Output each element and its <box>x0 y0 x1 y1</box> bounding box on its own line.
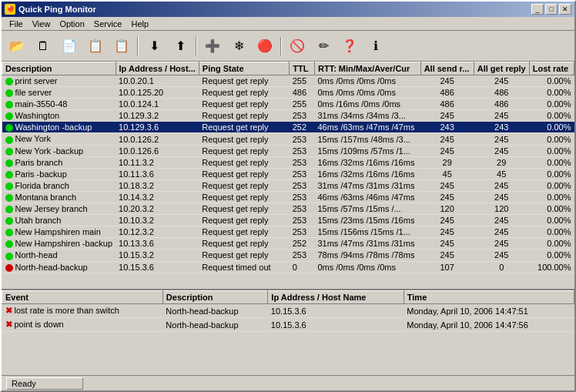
status-indicator <box>5 206 13 213</box>
maximize-button[interactable]: □ <box>545 4 558 15</box>
status-indicator <box>5 159 13 167</box>
menu-item-help[interactable]: Help <box>127 18 154 29</box>
cell-value: 10.15.3.2 <box>116 250 199 261</box>
new-icon[interactable]: 🗒 <box>31 35 55 58</box>
ping-table-row[interactable]: Utah branch10.10.3.2Request get reply253… <box>2 215 574 226</box>
event-cell: Monday, April 10, 2006 14:47:51 <box>404 304 574 318</box>
upload-icon[interactable]: ⬆ <box>168 35 193 58</box>
freeze-icon[interactable]: ❄ <box>226 35 251 58</box>
ping-table-row[interactable]: print server10.0.20.1Request get reply25… <box>2 75 574 87</box>
disable-icon[interactable]: 🚫 <box>285 35 310 58</box>
cell-value: 107 <box>420 261 474 273</box>
ping-table-container[interactable]: DescriptionIp Address / Host...Ping Stat… <box>2 62 574 290</box>
menu-item-option[interactable]: Option <box>55 18 89 29</box>
ping-table-row[interactable]: New York -backup10.0.126.6Request get re… <box>2 145 574 156</box>
ping-table-row[interactable]: Montana branch10.14.3.2Request get reply… <box>2 191 574 203</box>
save-icon[interactable]: 📄 <box>57 35 82 58</box>
toolbar-separator <box>280 37 282 55</box>
cell-value: 0ms /0ms /0ms /0ms <box>314 75 420 87</box>
menu-item-view[interactable]: View <box>28 18 55 29</box>
main-content: DescriptionIp Address / Host...Ping Stat… <box>2 62 574 375</box>
cell-value: 0.00% <box>529 75 574 87</box>
cell-value: 120 <box>420 203 474 215</box>
cell-value: 253 <box>290 215 315 226</box>
ping-table-row[interactable]: New Hampshiren main10.12.3.2Request get … <box>2 226 574 238</box>
ping-table-row[interactable]: Paris -backup10.11.3.6Request get reply2… <box>2 168 574 179</box>
edit-icon[interactable]: ✏ <box>311 35 336 58</box>
toolbar-separator <box>196 37 197 55</box>
col-header: TTL <box>290 62 315 75</box>
menu-item-file[interactable]: File <box>5 18 28 29</box>
cell-value: 0.00% <box>529 133 574 145</box>
cell-value: 10.129.3.2 <box>116 110 199 122</box>
help-icon[interactable]: ❓ <box>337 35 362 58</box>
ping-table-row[interactable]: Washington -backup10.129.3.6Request get … <box>2 122 574 133</box>
cell-value: 245 <box>420 238 474 250</box>
info-icon[interactable]: ℹ <box>363 35 388 58</box>
cell-value: 253 <box>290 179 315 191</box>
ping-table-row[interactable]: New Jersey branch10.20.3.2Request get re… <box>2 203 574 215</box>
cell-value: Request get reply <box>199 99 289 110</box>
ping-table-row[interactable]: Washington10.129.3.2Request get reply253… <box>2 110 574 122</box>
cell-value: 16ms /32ms /16ms /16ms <box>314 168 420 179</box>
ping-table-row[interactable]: main-3550-4810.0.124.1Request get reply2… <box>2 99 574 110</box>
paste-icon[interactable]: 📋 <box>109 35 134 58</box>
cell-value: 253 <box>290 226 315 238</box>
event-table-row[interactable]: ✖lost rate is more than switchNorth-head… <box>2 304 574 318</box>
cell-value: 253 <box>290 110 315 122</box>
description-text: main-3550-48 <box>15 99 68 109</box>
cell-value: 245 <box>420 191 474 203</box>
ping-table-row[interactable]: Paris branch10.11.3.2Request get reply25… <box>2 156 574 168</box>
event-col-header: Time <box>404 291 574 304</box>
cell-value: 0.00% <box>529 203 574 215</box>
cell-value: 245 <box>420 145 474 156</box>
ping-table-row[interactable]: Florida branch10.18.3.2Request get reply… <box>2 179 574 191</box>
ping-table-row[interactable]: New Hampshiren -backup10.13.3.6Request g… <box>2 238 574 250</box>
cell-value: 10.12.3.2 <box>116 226 199 238</box>
minimize-button[interactable]: _ <box>531 4 544 15</box>
cell-value: 253 <box>290 191 315 203</box>
add-icon[interactable]: ➕ <box>200 35 225 58</box>
ping-table-row[interactable]: North-head10.15.3.2Request get reply2537… <box>2 250 574 261</box>
event-cell: Monday, April 10, 2006 14:47:56 <box>404 318 574 332</box>
cell-value: 0.00% <box>529 99 574 110</box>
status-indicator <box>5 253 13 260</box>
cell-value: Request get reply <box>199 203 289 215</box>
cell-value: 15ms /156ms /15ms /1... <box>314 226 420 238</box>
cell-value: 252 <box>290 238 315 250</box>
toolbar: 📂🗒📄📋📋⬇⬆➕❄🔴🚫✏❓ℹ <box>2 31 574 62</box>
stop-icon[interactable]: 🔴 <box>253 35 277 58</box>
cell-value: 46ms /63ms /46ms /47ms <box>314 191 420 203</box>
description-text: New York -backup <box>15 146 84 156</box>
description-text: New Hampshiren main <box>15 227 101 236</box>
status-indicator <box>5 183 13 190</box>
status-indicator <box>5 78 13 85</box>
cell-value: 253 <box>290 250 315 261</box>
ping-table-row[interactable]: New York10.0.126.2Request get reply25315… <box>2 133 574 145</box>
cell-value: Request get reply <box>199 156 289 168</box>
menu-item-service[interactable]: Service <box>89 18 127 29</box>
copy-icon[interactable]: 📋 <box>83 35 108 58</box>
event-table-container[interactable]: EventDescriptionIp Address / Host NameTi… <box>2 290 574 375</box>
cell-value: 245 <box>474 226 529 238</box>
cell-value: 10.0.125.20 <box>116 87 199 99</box>
cell-value: Request get reply <box>199 133 289 145</box>
description-text: New Hampshiren -backup <box>15 239 113 248</box>
ping-table-row[interactable]: North-head-backup10.15.3.6Request timed … <box>2 261 574 273</box>
cell-value: 245 <box>474 133 529 145</box>
open-icon[interactable]: 📂 <box>5 35 29 58</box>
cell-value: 0ms /0ms /0ms /0ms <box>314 87 420 99</box>
close-button[interactable]: ✕ <box>559 4 571 15</box>
cell-value: 245 <box>474 215 529 226</box>
download-icon[interactable]: ⬇ <box>142 35 166 58</box>
event-table-row[interactable]: ✖point is downNorth-head-backup10.15.3.6… <box>2 318 574 332</box>
cell-value: 29 <box>474 156 529 168</box>
cell-value: 255 <box>290 75 315 87</box>
cell-value: Request get reply <box>199 179 289 191</box>
cell-value: Request get reply <box>199 87 289 99</box>
status-indicator <box>5 112 13 120</box>
cell-value: 10.18.3.2 <box>116 179 199 191</box>
ping-table-row[interactable]: file server10.0.125.20Request get reply4… <box>2 87 574 99</box>
cell-value: 15ms /157ms /48ms /3... <box>314 133 420 145</box>
cell-value: 10.10.3.2 <box>116 215 199 226</box>
